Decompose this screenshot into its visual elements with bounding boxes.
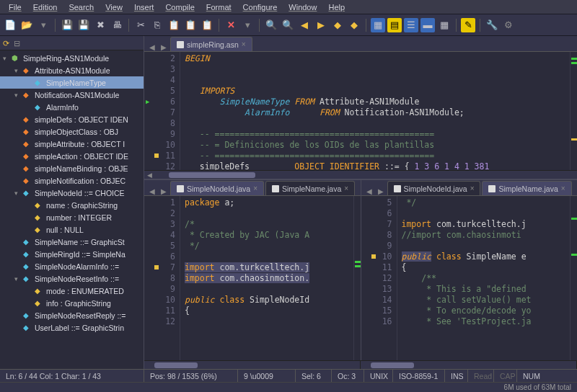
mark2-icon[interactable]: ◆ bbox=[347, 18, 361, 32]
view2-icon[interactable]: ▤ bbox=[387, 18, 402, 32]
tree-item[interactable]: ◆null : NULL bbox=[0, 223, 144, 236]
code-editor-bl[interactable]: 123456789101112 package a;/* * Created b… bbox=[144, 196, 361, 360]
cut-icon[interactable]: ✂ bbox=[133, 18, 148, 32]
save-all-icon[interactable]: 💾 bbox=[76, 18, 91, 32]
status-ins[interactable]: INS bbox=[445, 370, 468, 382]
copy2-icon[interactable]: 📋 bbox=[183, 18, 198, 32]
menu-configure[interactable]: Configure bbox=[237, 1, 283, 13]
code-editor-br[interactable]: 5678910111213141516 */import com.turkcel… bbox=[361, 196, 578, 360]
status-oc: Oc: 3 bbox=[332, 370, 364, 382]
tab-br-0[interactable]: SimpleNodeId.java × bbox=[387, 181, 481, 195]
paste2-icon[interactable]: 📋 bbox=[200, 18, 214, 32]
code-editor-top[interactable]: 23456▶7891011121314 BEGIN IMPORTS Simple… bbox=[144, 52, 577, 170]
collapse-icon[interactable]: ⊟ bbox=[14, 39, 20, 48]
tree-item[interactable]: ◆simpleAction : OBJECT IDE bbox=[0, 150, 144, 162]
tree-root[interactable]: ▾⬢SimpleRing-ASN1Module bbox=[0, 52, 144, 64]
print-icon[interactable]: 🖶 bbox=[110, 18, 124, 32]
tree-item[interactable]: ▾◆Attribute-ASN1Module bbox=[0, 64, 144, 76]
tab-prev-icon[interactable]: ◀ bbox=[147, 43, 157, 51]
status-unicode: 9 \u0009 bbox=[238, 370, 296, 382]
menu-search[interactable]: Search bbox=[63, 1, 100, 13]
open-icon[interactable]: 📂 bbox=[19, 18, 34, 32]
close-icon[interactable]: × bbox=[344, 184, 348, 192]
delete-icon[interactable]: ✕ bbox=[224, 18, 238, 32]
tree-item[interactable]: ◆simpleNotification : OBJEC bbox=[0, 174, 144, 187]
sync-icon[interactable]: ⟳ bbox=[3, 39, 9, 48]
status-os[interactable]: UNIX bbox=[364, 370, 393, 382]
tree-item[interactable]: ◆SimpleRingId ::= SimpleNa bbox=[0, 248, 144, 260]
status-bar: Ln: 6 / 44 Col: 1 Char: 1 / 43 Pos: 98 /… bbox=[0, 369, 577, 382]
tab-prev-icon[interactable]: ◀ bbox=[364, 187, 374, 195]
status-sel: Sel: 6 bbox=[296, 370, 332, 382]
tree-item[interactable]: ◆name : GraphicString bbox=[0, 199, 144, 211]
menu-compile[interactable]: Compile bbox=[159, 1, 200, 13]
mark1-icon[interactable]: ◆ bbox=[330, 18, 345, 32]
tree-item[interactable]: ◆simpleObjectClass : OBJ bbox=[0, 125, 144, 138]
dropdown-icon[interactable]: ▾ bbox=[36, 18, 50, 32]
menu-bar: FileEditionSearchViewInsertCompileFormat… bbox=[0, 0, 577, 14]
tree-item[interactable]: ◆info : GraphicString bbox=[0, 297, 144, 309]
file-icon bbox=[488, 185, 495, 192]
find2-icon[interactable]: 🔍 bbox=[281, 18, 295, 32]
menu-help[interactable]: Help bbox=[322, 1, 351, 13]
tree-item[interactable]: ▾◆Notification-ASN1Module bbox=[0, 89, 144, 101]
nav-left-icon[interactable]: ◀ bbox=[297, 18, 312, 32]
close-icon[interactable]: × bbox=[561, 184, 565, 192]
tree-item[interactable]: ◆simpleAttribute : OBJECT I bbox=[0, 138, 144, 150]
menu-format[interactable]: Format bbox=[201, 1, 237, 13]
tool-icon[interactable]: 🔧 bbox=[485, 18, 499, 32]
view4-icon[interactable]: ▬ bbox=[420, 18, 435, 32]
paste-icon[interactable]: 📋 bbox=[167, 18, 181, 32]
tab-simplering-asn[interactable]: simpleRing.asn × bbox=[170, 37, 252, 51]
tab-prev-icon[interactable]: ◀ bbox=[147, 187, 157, 195]
view5-icon[interactable]: ▦ bbox=[437, 18, 452, 32]
view1-icon[interactable]: ▦ bbox=[371, 18, 385, 32]
tab-br-1[interactable]: SimpleName.java × bbox=[482, 181, 571, 195]
close-doc-icon[interactable]: ✖ bbox=[93, 18, 107, 32]
hscroll-top[interactable]: ◀ bbox=[144, 170, 577, 179]
close-icon[interactable]: × bbox=[242, 40, 246, 48]
menu-edition[interactable]: Edition bbox=[27, 1, 63, 13]
status-ln: Ln: 6 / 44 Col: 1 Char: 1 / 43 bbox=[0, 370, 144, 382]
tab-next-icon[interactable]: ▶ bbox=[159, 187, 169, 195]
save-icon[interactable]: 💾 bbox=[60, 18, 74, 32]
status-pos: Pos: 98 / 1535 (6%) bbox=[144, 370, 238, 382]
tab-bl-0[interactable]: SimpleNodeId.java × bbox=[170, 181, 264, 195]
tree-item[interactable]: ◆SimpleNodeAlarmInfo ::= bbox=[0, 260, 144, 272]
menu-view[interactable]: View bbox=[100, 1, 128, 13]
tab-bar-br: ◀ ▶ SimpleNodeId.java × SimpleName.java … bbox=[361, 180, 578, 196]
tab-label: SimpleName.java bbox=[282, 184, 341, 193]
menu-insert[interactable]: Insert bbox=[128, 1, 160, 13]
dropdown2-icon[interactable]: ▾ bbox=[240, 18, 255, 32]
tree-item[interactable]: ◆simpleDefs : OBJECT IDEN bbox=[0, 113, 144, 125]
project-tree[interactable]: ▾⬢SimpleRing-ASN1Module▾◆Attribute-ASN1M… bbox=[0, 50, 144, 335]
find-icon[interactable]: 🔍 bbox=[264, 18, 278, 32]
view3-icon[interactable]: ☰ bbox=[404, 18, 418, 32]
nav-right-icon[interactable]: ▶ bbox=[314, 18, 328, 32]
highlight-icon[interactable]: ✎ bbox=[461, 18, 475, 32]
close-icon[interactable]: × bbox=[470, 184, 475, 192]
copy-icon[interactable]: ⎘ bbox=[150, 18, 164, 32]
tab-label: SimpleName.java bbox=[498, 184, 558, 193]
menu-file[interactable]: File bbox=[3, 1, 27, 13]
tree-item[interactable]: ◆mode : ENUMERATED bbox=[0, 285, 144, 297]
tree-item[interactable]: ▾◆SimpleNodeResetInfo ::= bbox=[0, 272, 144, 285]
tree-item[interactable]: ◆simpleNameBinding : OBJE bbox=[0, 162, 144, 174]
tree-item[interactable]: ◆SimpleNodeResetReply ::= bbox=[0, 309, 144, 321]
tree-item[interactable]: ◆SimpleNameType bbox=[0, 76, 144, 89]
new-icon[interactable]: 📄 bbox=[3, 18, 17, 32]
close-icon[interactable]: × bbox=[253, 184, 257, 192]
menu-window[interactable]: Window bbox=[283, 1, 322, 13]
tab-next-icon[interactable]: ▶ bbox=[376, 187, 386, 195]
tree-item[interactable]: ◆number : INTEGER bbox=[0, 211, 144, 223]
status-enc[interactable]: ISO-8859-1 bbox=[393, 370, 445, 382]
tree-item[interactable]: ◆UserLabel ::= GraphicStrin bbox=[0, 321, 144, 334]
tab-next-icon[interactable]: ▶ bbox=[159, 43, 169, 51]
tree-item[interactable]: ◆AlarmInfo bbox=[0, 101, 144, 113]
tab-label: simpleRing.asn bbox=[187, 40, 239, 49]
gear-icon[interactable]: ⚙ bbox=[501, 18, 516, 32]
tab-bl-1[interactable]: SimpleName.java × bbox=[265, 181, 355, 195]
tree-item[interactable]: ▾◆SimpleNodeId ::= CHOICE bbox=[0, 187, 144, 199]
hscroll-bottom[interactable] bbox=[144, 360, 577, 369]
tree-item[interactable]: ◆SimpleName ::= GraphicSt bbox=[0, 236, 144, 248]
